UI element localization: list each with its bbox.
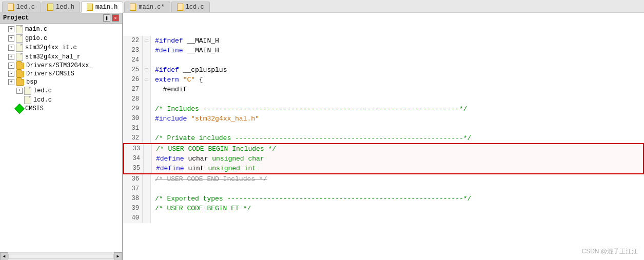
tree-item-led-c-file[interactable]: +led.c [0, 86, 122, 95]
project-header-buttons: ❚ ✕ [103, 14, 119, 22]
tab-main-h[interactable]: main.h [81, 2, 123, 13]
code-line-22: 22□#ifndef __MAIN_H [123, 36, 644, 46]
expand-icon-lcd-c-file[interactable] [16, 97, 23, 103]
line-gutter-27 [143, 85, 151, 94]
tab-label-lcd-c: lcd.c [186, 4, 204, 11]
line-content-28 [151, 94, 644, 104]
tree-label-lcd-c-file: lcd.c [33, 96, 52, 104]
tree-item-stm32g4xx-it[interactable]: +stm32g4xx_it.c [0, 43, 122, 52]
line-content-34: #define uchar unsigned char [152, 154, 643, 164]
tab-label-led-h: led.h [56, 4, 74, 11]
close-button[interactable]: ✕ [112, 14, 119, 22]
expand-icon-drivers-stm32[interactable]: - [8, 63, 14, 69]
scroll-right-button[interactable]: ▶ [114, 252, 122, 261]
tree-item-gpio-c-file[interactable]: +gpio.c [0, 34, 122, 43]
line-content-32: /* Private includes --------------------… [151, 133, 644, 143]
code-line-36: 36/* USER CODE END Includes */ [123, 174, 644, 184]
tree-item-lcd-c-file[interactable]: lcd.c [0, 95, 122, 105]
line-number-40: 40 [123, 213, 143, 223]
scroll-left-button[interactable]: ◀ [0, 252, 8, 261]
tree-item-bsp-folder[interactable]: +bsp [0, 78, 122, 86]
tree-label-stm32g4xx-hal: stm32g4xx_hal_r [25, 53, 81, 61]
tab-led-h[interactable]: led.h [42, 2, 80, 12]
tab-main-c[interactable]: main.c* [124, 2, 170, 12]
line-gutter-33 [144, 144, 152, 154]
code-line-26: 26□extern "C" { [123, 75, 644, 85]
folder-icon-drivers-cmsis [16, 71, 24, 77]
line-number-26: 26 [123, 75, 143, 85]
file-icon-led-c-file [24, 87, 31, 95]
expand-icon-drivers-cmsis[interactable]: - [8, 71, 14, 77]
line-gutter-40 [143, 213, 151, 223]
line-number-25: 25 [123, 65, 143, 75]
code-line-29: 29/* Includes --------------------------… [123, 104, 644, 114]
tab-label-main-h: main.h [95, 4, 118, 11]
line-number-27: 27 [123, 85, 143, 94]
expand-icon-gpio-c-file[interactable]: + [8, 35, 14, 42]
expand-icon-stm32g4xx-hal[interactable]: + [8, 54, 14, 60]
line-gutter-37 [143, 184, 151, 194]
line-gutter-39 [143, 204, 151, 213]
line-content-31 [151, 124, 644, 133]
tab-bar: led.cled.hmain.hmain.c*lcd.c [0, 0, 644, 13]
tree-label-cmsis-item: CMSIS [25, 105, 44, 112]
tree-label-gpio-c-file: gpio.c [25, 35, 47, 42]
tab-icon-main-h [87, 4, 93, 11]
code-line-27: 27 #endif [123, 85, 644, 94]
line-gutter-25: □ [143, 65, 151, 75]
line-number-35: 35 [124, 164, 144, 173]
tree-label-drivers-stm32: Drivers/STM32G4xx_ [26, 62, 93, 69]
line-content-27: #endif [151, 85, 644, 94]
project-scrollbar[interactable]: ◀ ▶ [0, 252, 122, 260]
expand-icon-bsp-folder[interactable]: + [8, 79, 14, 85]
line-gutter-26: □ [143, 75, 151, 85]
tab-icon-led-h [47, 4, 53, 11]
code-editor[interactable]: 22□#ifndef __MAIN_H23#define __MAIN_H242… [123, 13, 644, 260]
main-area: Project ❚ ✕ +main.c+gpio.c+stm32g4xx_it.… [0, 13, 644, 260]
line-gutter-31 [143, 124, 151, 133]
line-gutter-30 [143, 114, 151, 124]
code-line-24: 24 [123, 55, 644, 65]
expand-icon-main-c-file[interactable]: + [8, 26, 14, 32]
project-tree: +main.c+gpio.c+stm32g4xx_it.c+stm32g4xx_… [0, 24, 122, 252]
folder-icon-drivers-stm32 [16, 63, 24, 69]
expand-icon-stm32g4xx-it[interactable]: + [8, 45, 14, 51]
tree-label-drivers-cmsis: Drivers/CMSIS [26, 70, 74, 77]
file-icon-stm32g4xx-it [16, 44, 23, 52]
line-number-28: 28 [123, 94, 143, 104]
tab-label-main-c: main.c* [139, 4, 164, 11]
code-line-35: 35#define uint unsigned int [124, 164, 643, 173]
tree-item-main-c-file[interactable]: +main.c [0, 25, 122, 34]
line-gutter-23 [143, 46, 151, 55]
tree-item-drivers-cmsis[interactable]: -Drivers/CMSIS [0, 70, 122, 78]
line-gutter-22: □ [143, 36, 151, 46]
tab-label-led-c: led.c [16, 4, 35, 11]
code-line-37: 37 [123, 184, 644, 194]
line-gutter-36 [143, 174, 151, 184]
line-content-24 [151, 55, 644, 65]
tree-item-drivers-stm32[interactable]: -Drivers/STM32G4xx_ [0, 62, 122, 70]
code-line-38: 38/* Exported types --------------------… [123, 194, 644, 204]
line-gutter-35 [144, 164, 152, 173]
gem-icon-cmsis-item [14, 104, 25, 114]
tab-icon-led-c [8, 4, 14, 11]
code-line-40: 40 [123, 213, 644, 223]
pin-button[interactable]: ❚ [103, 14, 110, 22]
line-number-23: 23 [123, 46, 143, 55]
code-line-32: 32/* Private includes ------------------… [123, 133, 644, 143]
tree-item-stm32g4xx-hal[interactable]: +stm32g4xx_hal_r [0, 52, 122, 62]
tree-item-cmsis-item[interactable]: CMSIS [0, 105, 122, 113]
line-number-32: 32 [123, 133, 143, 143]
code-content: 22□#ifndef __MAIN_H23#define __MAIN_H242… [123, 13, 644, 223]
tab-led-c[interactable]: led.c [2, 2, 41, 12]
tab-lcd-c[interactable]: lcd.c [171, 2, 210, 12]
scroll-track[interactable] [8, 254, 114, 259]
line-number-34: 34 [124, 154, 144, 164]
line-gutter-34 [144, 154, 152, 164]
code-line-33: 33/* USER CODE BEGIN Includes */ [124, 144, 643, 154]
tree-label-stm32g4xx-it: stm32g4xx_it.c [25, 44, 77, 51]
code-line-34: 34#define uchar unsigned char [124, 154, 643, 164]
code-line-28: 28 [123, 94, 644, 104]
file-icon-stm32g4xx-hal [16, 53, 23, 61]
expand-icon-led-c-file[interactable]: + [16, 88, 23, 94]
